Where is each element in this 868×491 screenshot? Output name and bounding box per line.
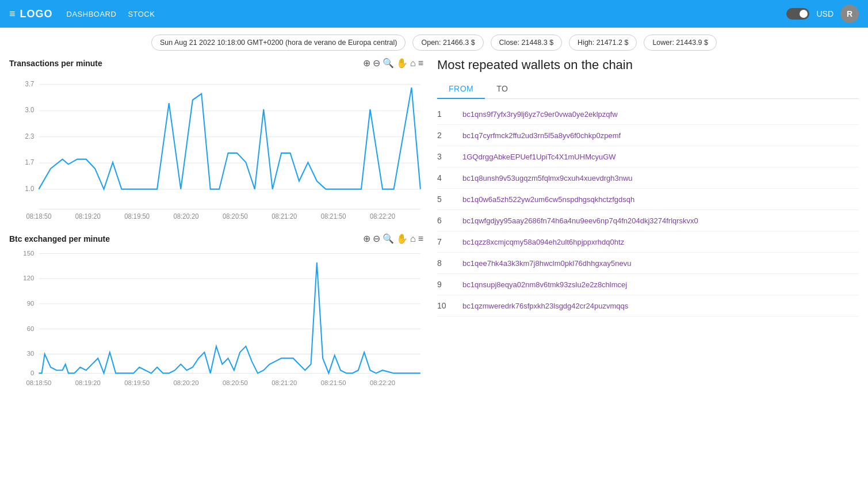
wallet-address[interactable]: 1GQdrggAbkeEPUef1UpiTc4X1mUHMcyuGW bbox=[462, 153, 616, 161]
svg-text:30: 30 bbox=[27, 350, 35, 357]
chart2-title: Btc exchanged per minute bbox=[9, 234, 110, 243]
svg-text:2.3: 2.3 bbox=[25, 132, 34, 140]
svg-text:3.7: 3.7 bbox=[25, 80, 34, 87]
tabs-bar: FROM TO bbox=[437, 79, 859, 99]
svg-text:08:19:50: 08:19:50 bbox=[124, 212, 150, 219]
chart1-container: 3.7 3.0 2.3 1.7 1.0 08:18:50 08:19:20 08… bbox=[9, 72, 423, 222]
wallet-item-9: 9 bc1qnsupj8eqya02nm8v6tmk93zslu2e2z8chl… bbox=[437, 274, 859, 295]
svg-text:150: 150 bbox=[23, 249, 34, 256]
svg-text:08:22:20: 08:22:20 bbox=[370, 212, 395, 219]
wallet-address[interactable]: bc1q0w6a5zh522yw2um6cw5nspdhgsqkhctzfgds… bbox=[462, 195, 634, 204]
svg-text:08:18:50: 08:18:50 bbox=[26, 379, 51, 386]
svg-text:08:20:20: 08:20:20 bbox=[174, 379, 199, 386]
svg-text:08:22:20: 08:22:20 bbox=[370, 379, 395, 386]
avatar[interactable]: R bbox=[840, 5, 859, 23]
svg-text:08:20:20: 08:20:20 bbox=[174, 212, 199, 219]
svg-text:1.7: 1.7 bbox=[25, 158, 34, 166]
menu-icon[interactable]: ≡ bbox=[9, 8, 16, 20]
chart2-svg: 150 120 90 60 30 0 08:18:50 08:19:20 08:… bbox=[9, 248, 423, 397]
wallet-address[interactable]: bc1qee7hk4a3k3km7j8hwclm0pkl76dhhgxay5ne… bbox=[462, 259, 631, 268]
chart1-zoom-out[interactable]: ⊖ bbox=[373, 58, 380, 68]
chart1-header: Transactions per minute ⊕ ⊖ 🔍 ✋ ⌂ ≡ bbox=[9, 58, 423, 68]
wallet-rank: 7 bbox=[437, 237, 451, 246]
chart1-toolbar: ⊕ ⊖ 🔍 ✋ ⌂ ≡ bbox=[363, 58, 423, 68]
wallet-address[interactable]: bc1q8unsh9v53ugqzm5fqlmx9cxuh4xuevdrgh3n… bbox=[462, 174, 633, 182]
main-layout: Transactions per minute ⊕ ⊖ 🔍 ✋ ⌂ ≡ bbox=[0, 58, 868, 409]
wallet-rank: 9 bbox=[437, 280, 451, 289]
svg-text:60: 60 bbox=[27, 325, 35, 332]
wallet-item-7: 7 bc1qzz8xcmjcqmy58a094eh2ult6hpjppxrhdq… bbox=[437, 231, 859, 253]
chart1-zoom-in[interactable]: ⊕ bbox=[363, 58, 370, 68]
svg-text:08:19:20: 08:19:20 bbox=[75, 212, 101, 219]
chart2-zoom-in[interactable]: ⊕ bbox=[363, 233, 370, 244]
wallet-address[interactable]: bc1qns9f7yfx3ry9lj6yz7c9er0vwa0ye2eklpzq… bbox=[462, 110, 618, 119]
tab-from[interactable]: FROM bbox=[437, 79, 485, 99]
right-panel: Most repeated wallets on the chain FROM … bbox=[437, 58, 859, 409]
chart1-title: Transactions per minute bbox=[9, 59, 102, 68]
wallet-rank: 10 bbox=[437, 301, 451, 310]
chart2-search[interactable]: 🔍 bbox=[383, 233, 394, 244]
wallet-rank: 3 bbox=[437, 152, 451, 161]
svg-text:08:21:20: 08:21:20 bbox=[272, 212, 297, 219]
chart2-zoom-out[interactable]: ⊖ bbox=[373, 233, 380, 244]
wallet-rank: 1 bbox=[437, 109, 451, 119]
chart1-svg: 3.7 3.0 2.3 1.7 1.0 08:18:50 08:19:20 08… bbox=[9, 72, 423, 222]
wallet-item-1: 1 bc1qns9f7yfx3ry9lj6yz7c9er0vwa0ye2eklp… bbox=[437, 104, 859, 125]
ticker-datetime: Sun Aug 21 2022 10:18:00 GMT+0200 (hora … bbox=[151, 35, 406, 51]
svg-text:08:18:50: 08:18:50 bbox=[26, 212, 51, 219]
wallet-list: 1 bc1qns9f7yfx3ry9lj6yz7c9er0vwa0ye2eklp… bbox=[437, 104, 859, 317]
logo: LOGO bbox=[20, 8, 53, 20]
ticker-lower: Lower: 21443.9 $ bbox=[644, 35, 717, 51]
svg-text:0: 0 bbox=[30, 369, 34, 376]
navbar-right: USD R bbox=[786, 5, 859, 23]
wallet-address[interactable]: bc1qnsupj8eqya02nm8v6tmk93zslu2e2z8chlmc… bbox=[462, 280, 627, 289]
svg-text:08:21:50: 08:21:50 bbox=[321, 212, 346, 219]
wallet-address[interactable]: bc1q7cyrfmck2ffu2ud3rn5l5a8yv6f0chkp0zpe… bbox=[462, 131, 621, 140]
svg-text:08:20:50: 08:20:50 bbox=[223, 379, 248, 386]
chart2-home[interactable]: ⌂ bbox=[410, 234, 416, 244]
svg-text:08:21:20: 08:21:20 bbox=[272, 379, 297, 386]
svg-text:1.0: 1.0 bbox=[25, 185, 34, 192]
nav-dashboard[interactable]: DASHBOARD bbox=[67, 10, 117, 18]
svg-text:08:19:50: 08:19:50 bbox=[124, 379, 150, 386]
wallet-item-2: 2 bc1q7cyrfmck2ffu2ud3rn5l5a8yv6f0chkp0z… bbox=[437, 125, 859, 146]
wallet-rank: 8 bbox=[437, 258, 451, 268]
ticker-close: Close: 21448.3 $ bbox=[491, 35, 563, 51]
wallet-address[interactable]: bc1qwfgdjyy95aay2686fn74h6a4nu9eev6np7q4… bbox=[462, 216, 698, 225]
wallet-item-4: 4 bc1q8unsh9v53ugqzm5fqlmx9cxuh4xuevdrgh… bbox=[437, 168, 859, 189]
wallet-item-6: 6 bc1qwfgdjyy95aay2686fn74h6a4nu9eev6np7… bbox=[437, 210, 859, 231]
nav-stock[interactable]: STOCK bbox=[128, 10, 155, 18]
chart2-header: Btc exchanged per minute ⊕ ⊖ 🔍 ✋ ⌂ ≡ bbox=[9, 233, 423, 244]
svg-text:90: 90 bbox=[27, 300, 35, 307]
wallet-rank: 5 bbox=[437, 195, 451, 204]
wallet-rank: 6 bbox=[437, 216, 451, 225]
chart1-search[interactable]: 🔍 bbox=[383, 58, 394, 68]
svg-text:120: 120 bbox=[23, 275, 34, 281]
chart2-toolbar: ⊕ ⊖ 🔍 ✋ ⌂ ≡ bbox=[363, 233, 423, 244]
chart2-menu[interactable]: ≡ bbox=[418, 234, 423, 244]
nav-links: DASHBOARD STOCK bbox=[67, 10, 155, 18]
wallet-item-8: 8 bc1qee7hk4a3k3km7j8hwclm0pkl76dhhgxay5… bbox=[437, 253, 859, 274]
svg-text:08:21:50: 08:21:50 bbox=[321, 379, 346, 386]
wallet-rank: 2 bbox=[437, 131, 451, 140]
ticker-high: High: 21471.2 $ bbox=[569, 35, 637, 51]
navbar: ≡ LOGO DASHBOARD STOCK USD R bbox=[0, 0, 868, 28]
wallet-address[interactable]: bc1qzmweredrk76sfpxkh23lsgdg42cr24puzvmq… bbox=[462, 302, 628, 310]
theme-toggle[interactable] bbox=[786, 8, 809, 20]
wallet-item-3: 3 1GQdrggAbkeEPUef1UpiTc4X1mUHMcyuGW bbox=[437, 146, 859, 168]
currency-label: USD bbox=[816, 9, 833, 18]
chart2-container: 150 120 90 60 30 0 08:18:50 08:19:20 08:… bbox=[9, 248, 423, 397]
wallet-rank: 4 bbox=[437, 173, 451, 182]
chart1-pan[interactable]: ✋ bbox=[396, 58, 408, 68]
wallet-address[interactable]: bc1qzz8xcmjcqmy58a094eh2ult6hpjppxrhdq0h… bbox=[462, 238, 624, 246]
tab-to[interactable]: TO bbox=[485, 79, 519, 99]
chart2-pan[interactable]: ✋ bbox=[396, 233, 408, 244]
wallet-item-10: 10 bc1qzmweredrk76sfpxkh23lsgdg42cr24puz… bbox=[437, 295, 859, 317]
left-panel: Transactions per minute ⊕ ⊖ 🔍 ✋ ⌂ ≡ bbox=[9, 58, 423, 409]
ticker-open: Open: 21466.3 $ bbox=[412, 35, 483, 51]
chart1-home[interactable]: ⌂ bbox=[410, 58, 416, 68]
ticker-bar: Sun Aug 21 2022 10:18:00 GMT+0200 (hora … bbox=[0, 28, 868, 58]
chart1-section: Transactions per minute ⊕ ⊖ 🔍 ✋ ⌂ ≡ bbox=[9, 58, 423, 222]
chart1-menu[interactable]: ≡ bbox=[418, 58, 423, 68]
wallets-title: Most repeated wallets on the chain bbox=[437, 58, 859, 73]
